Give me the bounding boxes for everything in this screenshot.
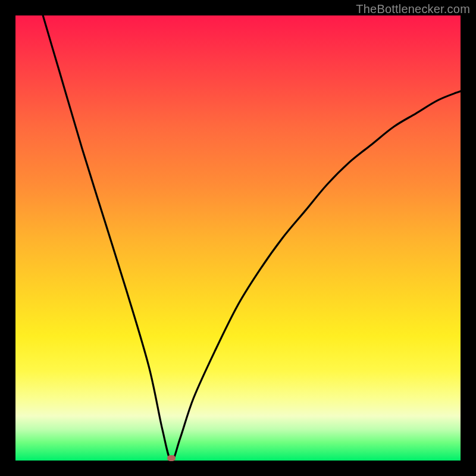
- plot-area: [15, 15, 461, 461]
- chart-frame: TheBottlenecker.com: [0, 0, 476, 476]
- minimum-marker: [167, 455, 176, 461]
- watermark-text: TheBottlenecker.com: [356, 2, 470, 16]
- bottleneck-curve: [15, 15, 461, 461]
